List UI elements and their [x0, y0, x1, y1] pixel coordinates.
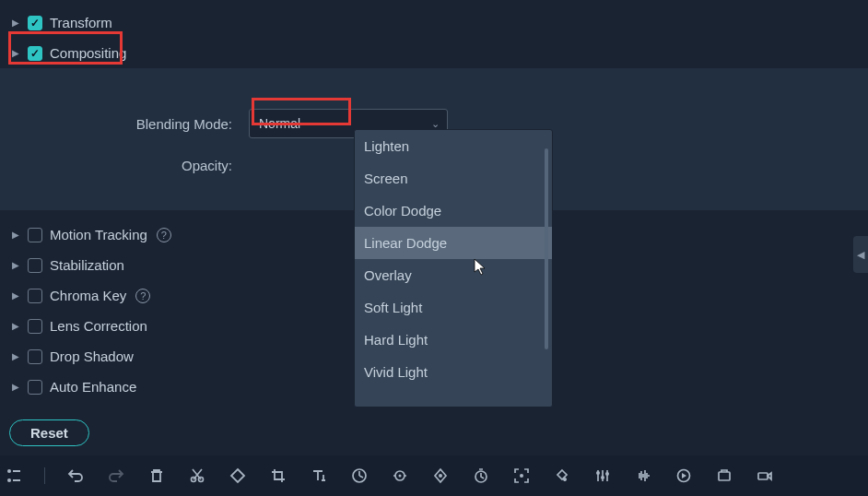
chevron-right-icon: ▶ — [11, 261, 20, 270]
lens-correction-checkbox[interactable] — [28, 319, 42, 334]
section-transform[interactable]: ▶ Transform — [0, 7, 868, 38]
svg-point-13 — [601, 476, 604, 479]
section-label: Compositing — [50, 45, 126, 61]
chevron-right-icon: ▶ — [11, 352, 20, 361]
render-icon[interactable] — [674, 466, 694, 486]
tag-icon[interactable] — [228, 466, 248, 486]
reset-button[interactable]: Reset — [9, 419, 89, 446]
dropdown-item-soft-light[interactable]: Soft Light — [355, 291, 552, 324]
section-label: Transform — [50, 15, 112, 30]
keyframe-icon[interactable] — [430, 466, 451, 486]
audio-icon[interactable] — [633, 466, 653, 486]
section-label: Auto Enhance — [50, 379, 136, 395]
section-compositing[interactable]: ▶ Compositing — [0, 38, 868, 68]
cut-icon[interactable] — [187, 466, 207, 486]
chroma-key-checkbox[interactable] — [28, 289, 42, 303]
svg-point-9 — [439, 474, 442, 478]
crop-icon[interactable] — [268, 466, 288, 486]
svg-point-14 — [605, 472, 609, 476]
opacity-label: Opacity: — [37, 158, 240, 173]
mixer-icon[interactable] — [592, 466, 613, 486]
svg-point-1 — [7, 478, 11, 482]
svg-rect-17 — [758, 473, 768, 479]
compositing-checkbox[interactable] — [28, 46, 42, 61]
color-icon[interactable] — [552, 466, 572, 486]
blending-mode-dropdown[interactable]: Lighten Screen Color Dodge Linear Dodge … — [354, 129, 553, 407]
record-icon[interactable] — [755, 466, 775, 486]
text-icon[interactable] — [309, 466, 329, 486]
chevron-right-icon: ▶ — [11, 322, 20, 331]
scrollbar[interactable] — [545, 148, 548, 349]
dropdown-item-vivid-light[interactable]: Vivid Light — [355, 356, 552, 388]
transform-checkbox[interactable] — [28, 16, 42, 30]
svg-point-8 — [399, 475, 402, 478]
chevron-down-icon: ▶ — [11, 49, 20, 58]
motion-tracking-checkbox[interactable] — [28, 228, 42, 242]
help-icon[interactable]: ? — [135, 289, 150, 303]
reset-row: Reset — [0, 412, 99, 454]
add-marker-icon[interactable] — [4, 466, 24, 486]
undo-icon[interactable] — [65, 466, 86, 486]
section-label: Drop Shadow — [50, 348, 134, 364]
select-value: Normal — [259, 116, 300, 131]
dropdown-item-lighten[interactable]: Lighten — [355, 130, 552, 162]
help-icon[interactable]: ? — [157, 228, 171, 242]
redo-icon[interactable] — [106, 466, 126, 486]
delete-icon[interactable] — [147, 466, 167, 486]
fit-icon[interactable] — [511, 466, 532, 486]
speed-icon[interactable] — [349, 466, 369, 486]
timer-icon[interactable] — [471, 466, 491, 486]
chevron-right-icon: ▶ — [11, 18, 20, 28]
dropdown-item-overlay[interactable]: Overlay — [355, 259, 552, 291]
stabilization-checkbox[interactable] — [28, 258, 42, 273]
collapse-tab[interactable]: ◀ — [853, 236, 868, 273]
dropdown-item-hard-light[interactable]: Hard Light — [355, 324, 552, 356]
divider — [44, 467, 45, 484]
svg-point-12 — [596, 471, 600, 475]
section-label: Stabilization — [50, 257, 124, 273]
auto-enhance-checkbox[interactable] — [28, 380, 42, 395]
chevron-down-icon: ⌄ — [431, 118, 440, 130]
dropdown-item-linear-dodge[interactable]: Linear Dodge — [355, 227, 552, 259]
chevron-right-icon: ▶ — [11, 230, 20, 240]
svg-rect-16 — [719, 472, 730, 480]
dropdown-item-screen[interactable]: Screen — [355, 162, 552, 195]
section-label: Lens Correction — [50, 318, 147, 334]
section-label: Chroma Key — [50, 288, 126, 303]
svg-point-11 — [520, 474, 523, 478]
chevron-right-icon: ▶ — [11, 383, 20, 392]
svg-point-0 — [7, 469, 11, 473]
drop-shadow-checkbox[interactable] — [28, 349, 42, 364]
timeline-toolbar — [0, 455, 868, 496]
export-icon[interactable] — [714, 466, 734, 486]
dropdown-item-color-dodge[interactable]: Color Dodge — [355, 195, 552, 227]
motion-icon[interactable] — [390, 466, 410, 486]
chevron-right-icon: ▶ — [11, 291, 20, 301]
blending-mode-label: Blending Mode: — [37, 116, 240, 132]
section-label: Motion Tracking — [50, 227, 147, 242]
